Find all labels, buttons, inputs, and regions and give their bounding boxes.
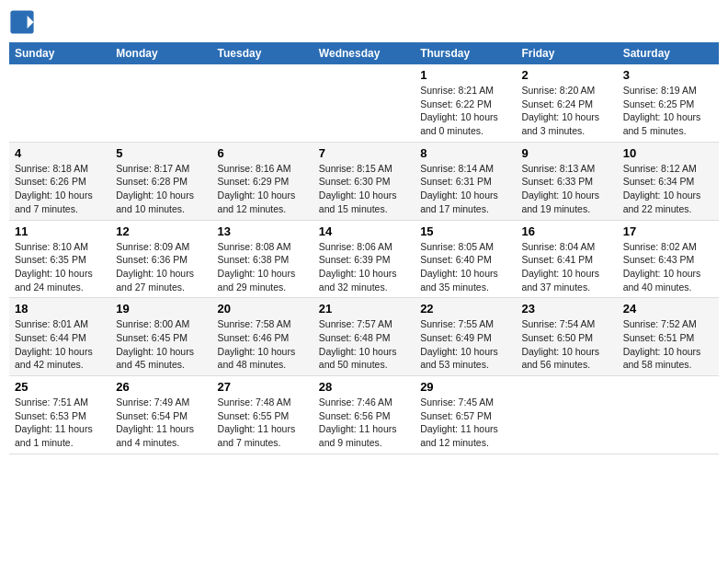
day-header-friday: Friday <box>516 42 617 64</box>
day-header-thursday: Thursday <box>415 42 516 64</box>
calendar-cell <box>618 376 719 454</box>
day-number: 13 <box>218 224 308 238</box>
calendar-cell: 16Sunrise: 8:04 AM Sunset: 6:41 PM Dayli… <box>516 220 617 298</box>
calendar-cell: 23Sunrise: 7:54 AM Sunset: 6:50 PM Dayli… <box>516 298 617 376</box>
calendar-cell: 24Sunrise: 7:52 AM Sunset: 6:51 PM Dayli… <box>618 298 719 376</box>
day-info: Sunrise: 8:02 AM Sunset: 6:43 PM Dayligh… <box>623 240 713 294</box>
day-number: 5 <box>116 146 206 160</box>
day-number: 18 <box>15 302 105 316</box>
day-number: 15 <box>420 224 510 238</box>
day-info: Sunrise: 8:09 AM Sunset: 6:36 PM Dayligh… <box>116 240 206 294</box>
day-info: Sunrise: 8:16 AM Sunset: 6:29 PM Dayligh… <box>218 162 308 216</box>
day-header-wednesday: Wednesday <box>313 42 415 64</box>
day-number: 17 <box>623 224 713 238</box>
day-number: 2 <box>521 68 611 82</box>
day-info: Sunrise: 8:19 AM Sunset: 6:25 PM Dayligh… <box>623 84 713 138</box>
calendar-cell: 10Sunrise: 8:12 AM Sunset: 6:34 PM Dayli… <box>618 142 719 220</box>
day-number: 26 <box>116 380 206 394</box>
day-info: Sunrise: 7:54 AM Sunset: 6:50 PM Dayligh… <box>521 317 611 372</box>
calendar-cell: 29Sunrise: 7:45 AM Sunset: 6:57 PM Dayli… <box>415 376 516 454</box>
week-row-2: 4Sunrise: 8:18 AM Sunset: 6:26 PM Daylig… <box>9 142 719 220</box>
day-info: Sunrise: 7:55 AM Sunset: 6:49 PM Dayligh… <box>420 317 510 372</box>
day-info: Sunrise: 7:49 AM Sunset: 6:54 PM Dayligh… <box>116 396 206 450</box>
day-number: 10 <box>623 146 713 160</box>
day-info: Sunrise: 8:15 AM Sunset: 6:30 PM Dayligh… <box>319 162 409 216</box>
day-info: Sunrise: 8:20 AM Sunset: 6:24 PM Dayligh… <box>521 84 611 138</box>
calendar-cell <box>313 64 415 142</box>
day-info: Sunrise: 8:01 AM Sunset: 6:44 PM Dayligh… <box>15 317 105 372</box>
day-number: 20 <box>218 302 308 316</box>
day-info: Sunrise: 8:18 AM Sunset: 6:26 PM Dayligh… <box>15 162 105 216</box>
day-info: Sunrise: 8:04 AM Sunset: 6:41 PM Dayligh… <box>521 240 611 294</box>
day-number: 11 <box>15 224 105 238</box>
logo-icon <box>9 9 35 35</box>
day-info: Sunrise: 8:14 AM Sunset: 6:31 PM Dayligh… <box>420 162 510 216</box>
day-number: 14 <box>319 224 409 238</box>
calendar-cell: 18Sunrise: 8:01 AM Sunset: 6:44 PM Dayli… <box>9 298 110 376</box>
calendar-cell: 3Sunrise: 8:19 AM Sunset: 6:25 PM Daylig… <box>618 64 719 142</box>
calendar-cell: 25Sunrise: 7:51 AM Sunset: 6:53 PM Dayli… <box>9 376 110 454</box>
day-info: Sunrise: 7:45 AM Sunset: 6:57 PM Dayligh… <box>420 396 510 450</box>
day-number: 7 <box>319 146 409 160</box>
week-row-4: 18Sunrise: 8:01 AM Sunset: 6:44 PM Dayli… <box>9 298 719 376</box>
day-number: 16 <box>521 224 611 238</box>
day-info: Sunrise: 7:52 AM Sunset: 6:51 PM Dayligh… <box>623 317 713 372</box>
calendar-cell <box>516 376 617 454</box>
calendar-cell: 22Sunrise: 7:55 AM Sunset: 6:49 PM Dayli… <box>415 298 516 376</box>
day-number: 6 <box>218 146 308 160</box>
calendar-cell: 26Sunrise: 7:49 AM Sunset: 6:54 PM Dayli… <box>110 376 211 454</box>
day-number: 3 <box>623 68 713 82</box>
day-number: 12 <box>116 224 206 238</box>
day-header-monday: Monday <box>110 42 211 64</box>
calendar-cell: 4Sunrise: 8:18 AM Sunset: 6:26 PM Daylig… <box>9 142 110 220</box>
day-number: 1 <box>420 68 510 82</box>
day-number: 28 <box>319 380 409 394</box>
calendar-cell <box>9 64 110 142</box>
calendar-cell: 11Sunrise: 8:10 AM Sunset: 6:35 PM Dayli… <box>9 220 110 298</box>
day-number: 19 <box>116 302 206 316</box>
calendar-cell: 7Sunrise: 8:15 AM Sunset: 6:30 PM Daylig… <box>313 142 415 220</box>
day-info: Sunrise: 7:48 AM Sunset: 6:55 PM Dayligh… <box>218 396 308 450</box>
calendar-cell <box>110 64 211 142</box>
calendar-cell: 15Sunrise: 8:05 AM Sunset: 6:40 PM Dayli… <box>415 220 516 298</box>
calendar-cell: 12Sunrise: 8:09 AM Sunset: 6:36 PM Dayli… <box>110 220 211 298</box>
week-row-1: 1Sunrise: 8:21 AM Sunset: 6:22 PM Daylig… <box>9 64 719 142</box>
day-info: Sunrise: 7:58 AM Sunset: 6:46 PM Dayligh… <box>218 317 308 372</box>
calendar-cell: 2Sunrise: 8:20 AM Sunset: 6:24 PM Daylig… <box>516 64 617 142</box>
day-info: Sunrise: 8:05 AM Sunset: 6:40 PM Dayligh… <box>420 240 510 294</box>
calendar-cell: 21Sunrise: 7:57 AM Sunset: 6:48 PM Dayli… <box>313 298 415 376</box>
day-number: 23 <box>521 302 611 316</box>
day-info: Sunrise: 7:51 AM Sunset: 6:53 PM Dayligh… <box>15 396 105 450</box>
day-number: 8 <box>420 146 510 160</box>
day-number: 27 <box>218 380 308 394</box>
day-number: 29 <box>420 380 510 394</box>
day-number: 4 <box>15 146 105 160</box>
week-row-3: 11Sunrise: 8:10 AM Sunset: 6:35 PM Dayli… <box>9 220 719 298</box>
day-info: Sunrise: 8:17 AM Sunset: 6:28 PM Dayligh… <box>116 162 206 216</box>
calendar-cell: 14Sunrise: 8:06 AM Sunset: 6:39 PM Dayli… <box>313 220 415 298</box>
calendar-cell: 9Sunrise: 8:13 AM Sunset: 6:33 PM Daylig… <box>516 142 617 220</box>
day-info: Sunrise: 8:08 AM Sunset: 6:38 PM Dayligh… <box>218 240 308 294</box>
day-header-tuesday: Tuesday <box>212 42 313 64</box>
day-number: 25 <box>15 380 105 394</box>
calendar-cell: 17Sunrise: 8:02 AM Sunset: 6:43 PM Dayli… <box>618 220 719 298</box>
day-info: Sunrise: 8:00 AM Sunset: 6:45 PM Dayligh… <box>116 317 206 372</box>
calendar-table: SundayMondayTuesdayWednesdayThursdayFrid… <box>9 42 719 454</box>
calendar-cell: 28Sunrise: 7:46 AM Sunset: 6:56 PM Dayli… <box>313 376 415 454</box>
calendar-cell: 20Sunrise: 7:58 AM Sunset: 6:46 PM Dayli… <box>212 298 313 376</box>
day-info: Sunrise: 8:10 AM Sunset: 6:35 PM Dayligh… <box>15 240 105 294</box>
page-header <box>9 9 719 35</box>
calendar-body: 1Sunrise: 8:21 AM Sunset: 6:22 PM Daylig… <box>9 64 719 454</box>
calendar-cell: 5Sunrise: 8:17 AM Sunset: 6:28 PM Daylig… <box>110 142 211 220</box>
day-info: Sunrise: 8:13 AM Sunset: 6:33 PM Dayligh… <box>521 162 611 216</box>
day-info: Sunrise: 8:06 AM Sunset: 6:39 PM Dayligh… <box>319 240 409 294</box>
calendar-cell: 19Sunrise: 8:00 AM Sunset: 6:45 PM Dayli… <box>110 298 211 376</box>
week-row-5: 25Sunrise: 7:51 AM Sunset: 6:53 PM Dayli… <box>9 376 719 454</box>
calendar-cell: 1Sunrise: 8:21 AM Sunset: 6:22 PM Daylig… <box>415 64 516 142</box>
calendar-cell <box>212 64 313 142</box>
calendar-header-row: SundayMondayTuesdayWednesdayThursdayFrid… <box>9 42 719 64</box>
day-header-sunday: Sunday <box>9 42 110 64</box>
logo <box>9 9 39 35</box>
day-number: 22 <box>420 302 510 316</box>
day-number: 24 <box>623 302 713 316</box>
